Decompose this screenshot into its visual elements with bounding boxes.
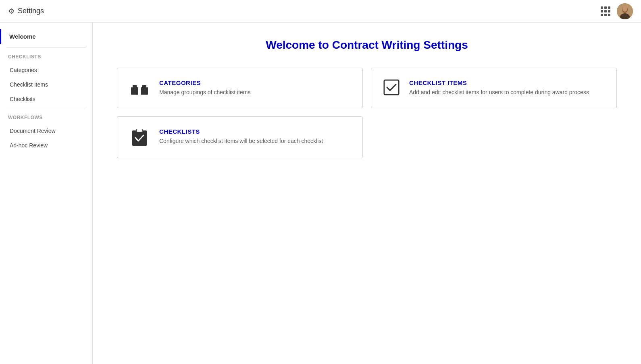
checklist-items-icon	[383, 79, 400, 95]
checklists-card-title: CHECKLISTS	[159, 128, 350, 135]
sidebar: Welcome CHECKLISTS Categories Checklist …	[0, 23, 93, 364]
checklists-card-description: Configure which checklist items will be …	[159, 137, 350, 145]
grid-dot	[601, 14, 603, 16]
cards-grid: CATEGORIES Manage groupings of checklist…	[117, 68, 617, 158]
svg-point-3	[622, 6, 627, 12]
app-title: Settings	[18, 7, 44, 15]
avatar-image	[617, 3, 633, 19]
header: ⚙ Settings	[0, 0, 641, 23]
grid-dot	[604, 10, 607, 12]
checklists-card[interactable]: CHECKLISTS Configure which checklist ite…	[117, 116, 363, 158]
checklist-items-label: Checklist Items	[10, 81, 48, 88]
grid-dot	[604, 6, 607, 9]
sidebar-item-adhoc-review[interactable]: Ad-hoc Review	[0, 138, 92, 153]
categories-label: Categories	[10, 67, 37, 73]
svg-rect-7	[142, 85, 146, 88]
sidebar-divider-checklists	[6, 47, 86, 48]
grid-dot	[608, 10, 610, 12]
settings-icon: ⚙	[8, 7, 15, 16]
header-left: ⚙ Settings	[8, 7, 44, 16]
checklist-items-card-title: CHECKLIST ITEMS	[409, 79, 604, 86]
welcome-label: Welcome	[9, 33, 36, 40]
header-right	[601, 3, 633, 19]
checklist-items-card-description: Add and edit checklist items for users t…	[409, 89, 604, 97]
main-content: Welcome to Contract Writing Settings CAT…	[93, 23, 641, 364]
svg-rect-9	[132, 130, 147, 146]
checklists-label: Checklists	[10, 96, 35, 102]
categories-icon	[129, 79, 150, 95]
svg-rect-11	[137, 129, 142, 132]
svg-rect-6	[141, 87, 148, 95]
categories-card-description: Manage groupings of checklist items	[159, 89, 350, 97]
grid-dot	[608, 6, 610, 9]
sidebar-item-checklists[interactable]: Checklists	[0, 92, 92, 106]
categories-card[interactable]: CATEGORIES Manage groupings of checklist…	[117, 68, 363, 108]
sidebar-item-document-review[interactable]: Document Review	[0, 124, 92, 138]
svg-rect-5	[133, 85, 137, 88]
grid-dot	[601, 6, 603, 9]
grid-dot	[604, 14, 607, 16]
sidebar-section-workflows: WORKFLOWS	[0, 110, 92, 124]
categories-card-content: CATEGORIES Manage groupings of checklist…	[159, 79, 350, 97]
sidebar-item-checklist-items[interactable]: Checklist Items	[0, 77, 92, 92]
checklist-items-card[interactable]: CHECKLIST ITEMS Add and edit checklist i…	[371, 68, 617, 108]
sidebar-divider-workflows	[6, 108, 86, 108]
adhoc-review-label: Ad-hoc Review	[10, 142, 48, 149]
avatar[interactable]	[617, 3, 633, 19]
grid-dot	[601, 10, 603, 12]
apps-icon[interactable]	[601, 6, 610, 16]
document-review-label: Document Review	[10, 128, 56, 134]
svg-rect-4	[131, 87, 138, 95]
checklists-icon	[129, 128, 150, 147]
sidebar-item-welcome[interactable]: Welcome	[0, 29, 92, 44]
checklist-items-card-content: CHECKLIST ITEMS Add and edit checklist i…	[409, 79, 604, 97]
page-title: Welcome to Contract Writing Settings	[117, 39, 617, 52]
grid-dot	[608, 14, 610, 16]
layout: Welcome CHECKLISTS Categories Checklist …	[0, 23, 641, 364]
svg-rect-8	[384, 80, 399, 95]
sidebar-item-categories[interactable]: Categories	[0, 63, 92, 77]
categories-card-title: CATEGORIES	[159, 79, 350, 86]
checklists-card-content: CHECKLISTS Configure which checklist ite…	[159, 128, 350, 145]
sidebar-section-checklists: CHECKLISTS	[0, 49, 92, 63]
